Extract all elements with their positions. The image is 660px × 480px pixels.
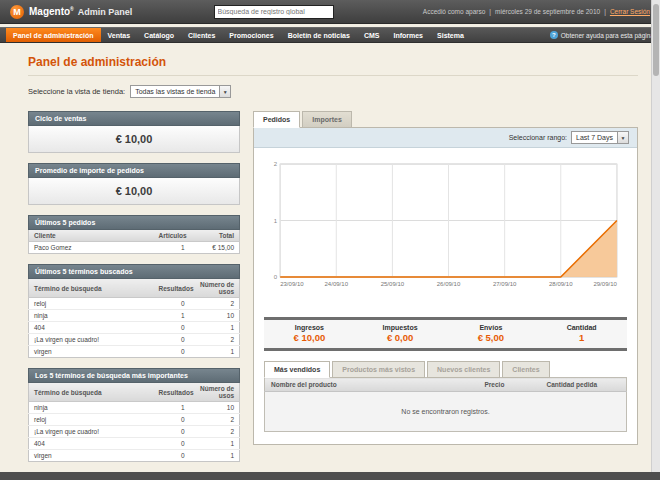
chevron-down-icon: ▼ <box>617 132 628 143</box>
global-search-input[interactable] <box>214 5 334 19</box>
table-row[interactable]: ¡La virgen que cuadro! 0 2 <box>29 426 240 438</box>
store-view-label: Seleccione la vista de tienda: <box>28 87 125 96</box>
stat-impuestos: Impuestos € 0,00 <box>355 320 446 348</box>
range-label: Seleccionar rango: <box>509 134 567 141</box>
brand-suffix: Admin Panel <box>78 7 133 17</box>
nav-item-cms[interactable]: CMS <box>357 28 387 42</box>
dashboard-right-column: Pedidos Importes Seleccionar rango: Last… <box>253 111 638 472</box>
col-header: Nombre del producto <box>265 378 479 392</box>
separator: | <box>604 8 606 15</box>
svg-text:27/09/10: 27/09/10 <box>493 281 517 287</box>
table-row[interactable]: Paco Gomez 1 € 15,00 <box>29 242 240 254</box>
scrollbar-thumb[interactable] <box>653 4 659 76</box>
col-header: Número de usos <box>190 383 240 402</box>
range-select[interactable]: Last 7 Days ▼ <box>571 131 629 144</box>
table-row[interactable]: virgen 0 1 <box>29 450 240 462</box>
lifetime-sales-box: Ciclo de ventas € 10,00 <box>28 111 240 153</box>
magento-logo-icon: M <box>10 5 24 19</box>
brand-trademark: ® <box>70 6 74 12</box>
box-title: Últimos 5 pedidos <box>28 215 240 230</box>
nav-item-informes[interactable]: Informes <box>386 28 430 42</box>
svg-text:25/09/10: 25/09/10 <box>381 281 405 287</box>
last-orders-box: Últimos 5 pedidos Cliente Artículos Tota… <box>28 215 240 254</box>
svg-text:28/09/10: 28/09/10 <box>549 281 573 287</box>
table-row[interactable]: ninja 1 10 <box>29 402 240 414</box>
nav-item-ventas[interactable]: Ventas <box>101 28 138 42</box>
help-icon: ? <box>550 31 558 39</box>
chart-tabs: Pedidos Importes <box>253 111 638 128</box>
current-date: miércoles 29 de septiembre de 2010 <box>495 8 600 15</box>
top-header-bar: M Magento® Admin Panel Accedió como apar… <box>0 0 660 24</box>
bottom-status-bar <box>0 472 660 480</box>
last-orders-table: Cliente Artículos Total Paco Gomez 1 € 1… <box>28 230 240 254</box>
top-search-terms-box: Los 5 términos de búsqueda más important… <box>28 368 240 462</box>
col-header: Cantidad pedida <box>541 378 627 392</box>
col-header: Artículos <box>154 230 190 242</box>
nav-item-dashboard[interactable]: Panel de administración <box>6 28 101 42</box>
box-title: Los 5 términos de búsqueda más important… <box>28 368 240 383</box>
title-divider <box>28 75 638 76</box>
empty-message: No se encontraron registros. <box>265 392 627 432</box>
stat-envios: Envíos € 5,00 <box>446 320 537 348</box>
tab-importes[interactable]: Importes <box>302 111 352 128</box>
table-row[interactable]: ninja 1 10 <box>29 310 240 322</box>
products-table: Nombre del producto Precio Cantidad pedi… <box>264 377 627 432</box>
average-order-box: Promedio de importe de pedidos € 10,00 <box>28 163 240 205</box>
logged-in-text: Accedió como aparso <box>423 8 486 15</box>
logout-link[interactable]: Cerrar Sesión <box>610 8 650 15</box>
nav-item-promociones[interactable]: Promociones <box>222 28 280 42</box>
svg-text:1: 1 <box>274 218 278 224</box>
col-header: Término de búsqueda <box>29 279 154 298</box>
help-label: Obtener ayuda para esta página <box>561 32 654 39</box>
tab-nuevos-clientes[interactable]: Nuevos clientes <box>427 361 500 378</box>
dashboard-left-column: Ciclo de ventas € 10,00 Promedio de impo… <box>28 111 240 472</box>
table-row[interactable]: reloj 0 2 <box>29 298 240 310</box>
tab-clientes[interactable]: Clientes <box>502 361 549 378</box>
nav-item-clientes[interactable]: Clientes <box>181 28 222 42</box>
box-title: Últimos 5 términos buscados <box>28 264 240 279</box>
orders-chart: 01223/09/1024/09/1025/09/1026/09/1027/09… <box>254 148 637 309</box>
col-header: Resultados <box>154 383 190 402</box>
average-order-value: € 10,00 <box>28 178 240 205</box>
range-bar: Seleccionar rango: Last 7 Days ▼ <box>254 128 637 148</box>
tab-mas-vendidos[interactable]: Más vendidos <box>264 361 330 378</box>
nav-item-catalogo[interactable]: Catálogo <box>137 28 181 42</box>
session-info: Accedió como aparso | miércoles 29 de se… <box>423 8 650 15</box>
box-title: Ciclo de ventas <box>28 111 240 126</box>
table-row[interactable]: ¡La virgen que cuadro! 0 2 <box>29 334 240 346</box>
store-view-select[interactable]: Todas las vistas de tienda ▼ <box>130 85 231 98</box>
col-header: Número de usos <box>190 279 240 298</box>
page-title: Panel de administración <box>28 51 638 75</box>
top-search-table: Término de búsqueda Resultados Número de… <box>28 383 240 462</box>
stat-ingresos: Ingresos € 10,00 <box>264 320 355 348</box>
chevron-down-icon: ▼ <box>219 86 230 97</box>
main-navbar: Panel de administración Ventas Catálogo … <box>0 27 660 43</box>
tab-pedidos[interactable]: Pedidos <box>253 111 300 128</box>
nav-item-sistema[interactable]: Sistema <box>430 28 471 42</box>
stat-cantidad: Cantidad 1 <box>536 320 627 348</box>
table-row[interactable]: 404 0 1 <box>29 322 240 334</box>
table-row[interactable]: virgen 0 1 <box>29 346 240 358</box>
store-view-row: Seleccione la vista de tienda: Todas las… <box>28 85 638 98</box>
vertical-scrollbar[interactable] <box>651 0 660 472</box>
svg-text:24/09/10: 24/09/10 <box>325 281 349 287</box>
col-header: Resultados <box>154 279 190 298</box>
table-row[interactable]: reloj 0 2 <box>29 414 240 426</box>
svg-text:0: 0 <box>274 274 278 280</box>
tab-productos-mas-vistos[interactable]: Productos más vistos <box>332 361 425 378</box>
totals-bar: Ingresos € 10,00 Impuestos € 0,00 Envíos… <box>264 317 627 351</box>
product-tabs: Más vendidos Productos más vistos Nuevos… <box>264 361 627 378</box>
svg-text:2: 2 <box>274 161 278 167</box>
table-row[interactable]: 404 0 1 <box>29 438 240 450</box>
col-header: Total <box>190 230 240 242</box>
last-search-terms-box: Últimos 5 términos buscados Término de b… <box>28 264 240 358</box>
box-title: Promedio de importe de pedidos <box>28 163 240 178</box>
last-search-table: Término de búsqueda Resultados Número de… <box>28 279 240 358</box>
lifetime-sales-value: € 10,00 <box>28 126 240 153</box>
separator: | <box>489 8 491 15</box>
brand-name: Magento® <box>29 6 74 17</box>
content-area: Panel de administración Seleccione la vi… <box>0 43 660 472</box>
page-help-link[interactable]: ? Obtener ayuda para esta página <box>550 28 654 42</box>
nav-item-boletin[interactable]: Boletín de noticias <box>281 28 357 42</box>
col-header: Cliente <box>29 230 154 242</box>
